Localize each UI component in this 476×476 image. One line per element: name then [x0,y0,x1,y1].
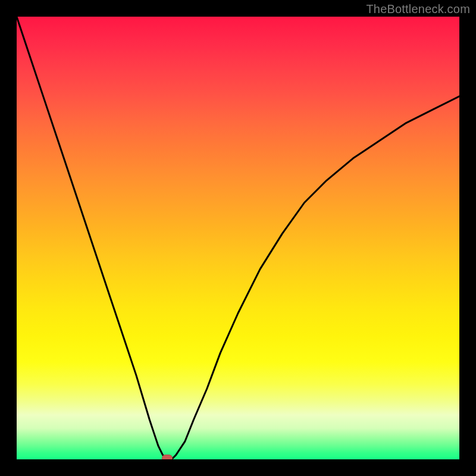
watermark-text: TheBottleneck.com [366,2,470,16]
optimum-marker [162,455,173,459]
plot-area [17,17,459,459]
bottleneck-curve [17,17,459,459]
chart-frame: TheBottleneck.com [0,0,476,476]
